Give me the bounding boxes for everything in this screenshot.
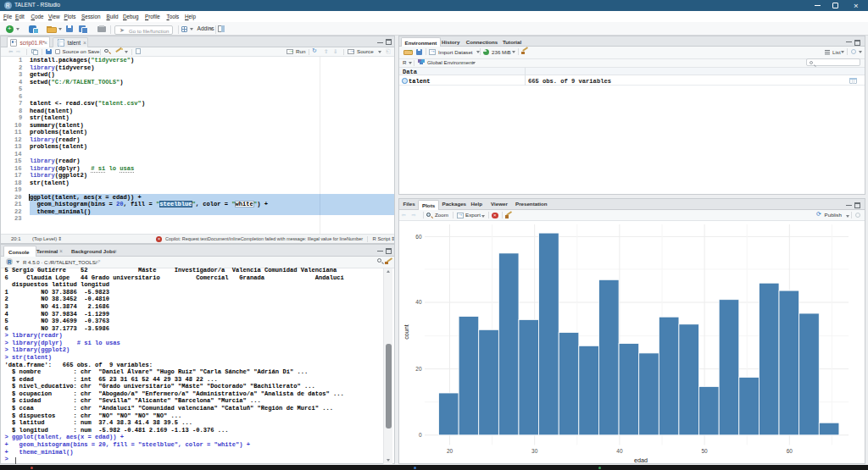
svg-text:edad: edad xyxy=(634,456,648,464)
svg-text:0: 0 xyxy=(419,432,422,438)
svg-text:20: 20 xyxy=(447,448,453,454)
svg-text:30: 30 xyxy=(531,448,538,454)
svg-text:20: 20 xyxy=(415,366,422,372)
svg-text:40: 40 xyxy=(415,299,422,305)
svg-text:60: 60 xyxy=(787,448,793,454)
svg-text:60: 60 xyxy=(415,234,422,240)
svg-text:count: count xyxy=(403,324,410,340)
svg-text:40: 40 xyxy=(616,448,623,454)
svg-text:50: 50 xyxy=(701,448,708,454)
